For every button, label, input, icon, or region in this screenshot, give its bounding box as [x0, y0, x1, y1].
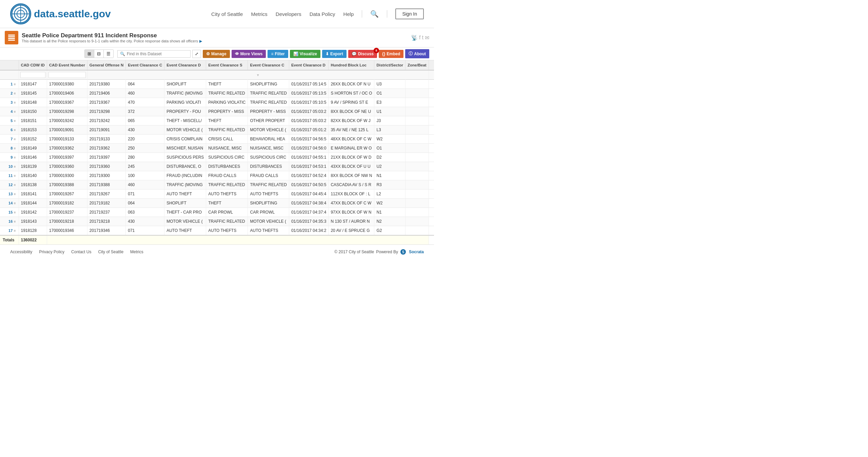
col-hundred-block[interactable]: Hundred Block Loc [329, 60, 374, 70]
embed-icon: {} [382, 52, 385, 56]
signin-button[interactable]: Sign In [395, 8, 424, 19]
row-menu-icon[interactable]: ≡ [14, 146, 16, 150]
row-menu-icon[interactable]: ≡ [14, 183, 16, 187]
search-icon-button[interactable]: 🔍 [370, 10, 379, 18]
row-number-link[interactable]: 14 [8, 201, 13, 205]
row-menu-icon[interactable]: ≡ [14, 220, 16, 223]
footer-contact-us[interactable]: Contact Us [71, 250, 91, 254]
table-cell: 01/16/2017 04:35:3 [289, 217, 328, 226]
table-cell: TRAFFIC RELATED [206, 125, 248, 135]
find-input[interactable] [127, 52, 188, 56]
row-number-cell: 9 ≡ [0, 153, 19, 162]
row-menu-icon[interactable]: ≡ [14, 137, 16, 141]
nav-developers[interactable]: Developers [276, 11, 301, 17]
table-cell: AUTO THEFT [164, 226, 206, 236]
grid-view-icon[interactable]: ⊞ [85, 50, 94, 58]
table-cell: 35 AV NE / NE 125 L [329, 125, 374, 135]
table-cell: TRAFFIC RELATED [206, 180, 248, 190]
footer-metrics[interactable]: Metrics [130, 250, 143, 254]
table-cell: 17000019242 [47, 116, 87, 125]
col-district-sector[interactable]: District/Sector [374, 60, 406, 70]
row-number-link[interactable]: 4 [11, 110, 13, 114]
row-menu-icon[interactable]: ≡ [14, 92, 16, 95]
row-number-cell: 8 ≡ [0, 144, 19, 153]
footer-accessibility[interactable]: Accessibility [10, 250, 32, 254]
row-number-link[interactable]: 2 [11, 91, 13, 95]
row-number-link[interactable]: 13 [8, 192, 13, 196]
footer-privacy-policy[interactable]: Privacy Policy [39, 250, 64, 254]
email-icon-button[interactable]: ✉ [425, 35, 429, 41]
row-menu-icon[interactable]: ≡ [14, 101, 16, 104]
filter-cad-cdw[interactable] [20, 72, 45, 78]
row-menu-icon[interactable]: ≡ [14, 229, 16, 233]
export-button[interactable]: ⬇ Export [322, 50, 347, 58]
table-row: 8 ≡191814917000019362201719362250MISCHIE… [0, 144, 434, 153]
expand-button[interactable]: ⤢ [192, 50, 201, 58]
card-view-icon[interactable]: ⊟ [94, 50, 104, 58]
col-event-clearance-s[interactable]: Event Clearance S [206, 60, 248, 70]
row-menu-icon[interactable]: ≡ [14, 211, 16, 214]
facebook-icon-button[interactable]: f [419, 35, 420, 41]
logo-text[interactable]: data.seattle.gov [34, 8, 111, 20]
col-cad-event-number[interactable]: CAD Event Number [47, 60, 87, 70]
row-number-link[interactable]: 7 [11, 137, 13, 141]
twitter-icon-button[interactable]: t [422, 35, 423, 41]
nav-data-policy[interactable]: Data Policy [310, 11, 335, 17]
about-button[interactable]: ⓘ About [405, 49, 429, 58]
table-cell: 97XX BLOCK OF W N [329, 208, 374, 217]
row-number-link[interactable]: 6 [11, 128, 13, 132]
embed-button[interactable]: {} Embed [379, 50, 403, 58]
manage-button[interactable]: ⚙ Manage [203, 50, 230, 58]
table-cell: FRAUD CALLS [206, 171, 248, 180]
row-number-link[interactable]: 15 [8, 210, 13, 214]
row-number-link[interactable]: 12 [8, 183, 13, 187]
row-number-link[interactable]: 1 [11, 82, 13, 86]
row-menu-icon[interactable]: ≡ [14, 201, 16, 205]
visualize-button[interactable]: 📊 Visualize [290, 50, 320, 58]
col-event-clearance-c2[interactable]: Event Clearance C [248, 60, 289, 70]
col-event-clearance-c1[interactable]: Event Clearance C [126, 60, 164, 70]
row-menu-icon[interactable]: ≡ [14, 128, 16, 132]
filter-cad-event[interactable] [48, 72, 86, 78]
list-view-icon[interactable]: ☰ [104, 50, 113, 58]
table-cell: 201719182 [87, 199, 125, 208]
row-menu-icon[interactable]: ≡ [14, 165, 16, 168]
table-cell: FRAUD (INCLUDIN [164, 171, 206, 180]
nav-metrics[interactable]: Metrics [251, 11, 267, 17]
table-cell: 201719367 [87, 98, 125, 107]
row-menu-icon[interactable]: ≡ [14, 192, 16, 196]
rss-icon-button[interactable]: 📡 [411, 35, 418, 41]
col-zone-beat[interactable]: Zone/Beat [406, 60, 429, 70]
row-number-link[interactable]: 5 [11, 119, 13, 123]
row-number-link[interactable]: 9 [11, 155, 13, 159]
nav-help[interactable]: Help [343, 11, 354, 17]
row-menu-icon[interactable]: ≡ [14, 119, 16, 123]
row-menu-icon[interactable]: ≡ [14, 82, 16, 86]
row-number-cell: 1 ≡ [0, 80, 19, 89]
col-general-offense[interactable]: General Offense N [87, 60, 125, 70]
col-extra[interactable] [429, 60, 434, 70]
row-number-link[interactable]: 17 [8, 228, 13, 233]
row-number-link[interactable]: 16 [8, 219, 13, 223]
discuss-button[interactable]: 💬 Discuss 8 [348, 50, 377, 58]
row-menu-icon[interactable]: ≡ [14, 156, 16, 159]
col-cad-cdw-id[interactable]: CAD CDW ID [19, 60, 47, 70]
row-number-link[interactable]: 11 [8, 174, 13, 178]
footer-city-of-seattle[interactable]: City of Seattle [98, 250, 123, 254]
col-event-clearance-d2[interactable]: Event Clearance D [289, 60, 328, 70]
col-row-num[interactable] [0, 60, 19, 70]
filter-button[interactable]: ≡ Filter [268, 50, 288, 58]
more-views-icon: 👁 [235, 52, 239, 56]
table-cell: 01/16/2017 04:50:5 [289, 180, 328, 190]
row-menu-icon[interactable]: ≡ [14, 174, 16, 178]
row-number-link[interactable]: 3 [11, 100, 13, 104]
table-cell: NUISANCE, MISC [248, 144, 289, 153]
col-event-clearance-d1[interactable]: Event Clearance D [164, 60, 206, 70]
row-number-cell: 5 ≡ [0, 116, 19, 125]
row-menu-icon[interactable]: ≡ [14, 110, 16, 114]
more-views-button[interactable]: 👁 More Views [232, 50, 266, 58]
row-number-link[interactable]: 8 [11, 146, 13, 150]
table-cell: AUTO THEFTS [248, 190, 289, 199]
nav-city-of-seattle[interactable]: City of Seattle [211, 11, 243, 17]
row-number-link[interactable]: 10 [8, 164, 13, 168]
